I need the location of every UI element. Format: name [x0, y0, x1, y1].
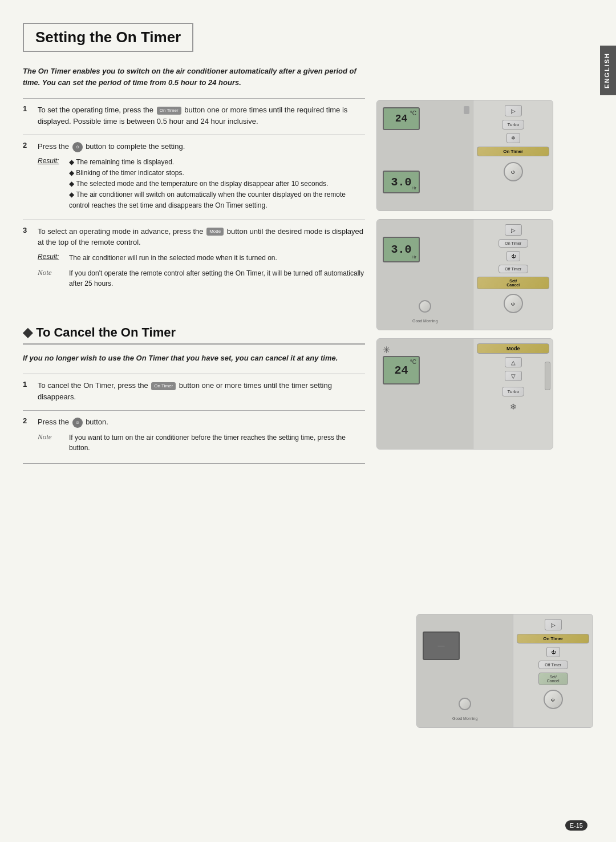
page-number: E-15	[565, 820, 587, 831]
on-timer-btn-4: On Timer	[517, 634, 589, 643]
remote-image-1: 24 °C 3.0 Hr ▷ Turbo	[376, 100, 553, 211]
mode-btn-1: Mode	[477, 343, 549, 354]
result-items-1: The remaining time is displayed. Blinkin…	[69, 157, 365, 212]
result-item-2: Blinking of the timer indicator stops.	[69, 168, 365, 179]
result-label-1: Result:	[38, 157, 63, 212]
step-3-number: 3	[23, 226, 32, 234]
page-title: Setting the On Timer	[35, 29, 181, 46]
step-2-result: Result: The remaining time is displayed.…	[38, 157, 365, 212]
cancel-step-1-text: To cancel the On Timer, press the On Tim…	[38, 380, 365, 402]
result-item-1: The remaining time is displayed.	[69, 157, 365, 168]
step-2-number: 2	[23, 141, 32, 149]
triangle-btn-1: ▷	[505, 105, 522, 116]
set-cancel-btn-2: Set/Cancel	[538, 673, 568, 685]
note-row-1: Note If you don't operate the remote con…	[38, 268, 365, 289]
note-text-2: If you want to turn on the air condition…	[69, 432, 365, 453]
cancel-intro: If you no longer wish to use the On Time…	[23, 353, 365, 364]
remote-left-4: — Good Morning	[417, 614, 513, 727]
cancel-remote-container: — Good Morning ▷ On Timer ⏻ Off Timer	[416, 614, 593, 728]
cancel-step-2-row: 2 Press the ⊙ button.	[23, 416, 365, 428]
power-btn-1: ⏻	[504, 162, 523, 181]
off-timer-btn-2: Off Timer	[538, 661, 568, 669]
remote-right-3: Mode △ ▽ Turbo ❄	[473, 339, 553, 449]
fan-btn-1: ❄	[506, 133, 520, 143]
on-timer-btn-2: On Timer	[499, 239, 528, 248]
triangle-btn-4: ▷	[545, 619, 562, 630]
remote-left-2: 3.0 Hr Good Morning	[377, 220, 473, 330]
on-timer-btn-ref2: On Timer	[151, 382, 176, 390]
cancel-step-1: 1 To cancel the On Timer, press the On T…	[23, 374, 365, 408]
bottom-divider	[23, 463, 365, 464]
result-item-4: The air conditioner will switch on autom…	[69, 189, 365, 211]
remote-right-1: ▷ Turbo ❄ On Timer ⏻	[473, 100, 553, 211]
step-1-section: 1 To set the operating time, press the O…	[23, 98, 365, 132]
side-tab: ENGLISH	[600, 46, 616, 95]
step-1-row: 1 To set the operating time, press the O…	[23, 104, 365, 127]
turbo-btn-1: Turbo	[502, 120, 524, 129]
cancel-step-2-num: 2	[23, 416, 32, 425]
power-btn-4: ⏻	[544, 690, 563, 709]
on-timer-btn-1: On Timer	[477, 147, 549, 156]
set-btn-ref2: ⊙	[72, 418, 83, 428]
off-timer-btn-1: Off Timer	[499, 265, 528, 273]
power-btn-2: ⏻	[504, 294, 523, 313]
triangle-btn-2: ▷	[505, 224, 522, 236]
step-3-section: 3 To select an operating mode in advance…	[23, 220, 365, 294]
step-2-section: 2 Press the ⊙ button to complete the set…	[23, 135, 365, 217]
cancel-heading: ◆ To Cancel the On Timer	[23, 325, 365, 345]
result-items-2: The air conditioner will run in the sele…	[69, 253, 277, 264]
mode-btn-ref: Mode	[206, 228, 224, 236]
step-3-result: Result: The air conditioner will run in …	[38, 253, 365, 264]
cancel-step-2-text: Press the ⊙ button.	[38, 416, 108, 428]
remote-image-4: — Good Morning ▷ On Timer ⏻ Off Timer	[416, 614, 593, 728]
step-1-text: To set the operating time, press the On …	[38, 104, 365, 127]
image-column: 24 °C 3.0 Hr ▷ Turbo	[376, 66, 559, 468]
remote-right-4: ▷ On Timer ⏻ Off Timer Set/Cancel ⏻	[513, 614, 593, 727]
cancel-title-bullet: ◆	[23, 325, 36, 339]
content-layout: The On Timer enables you to switch on th…	[23, 66, 593, 468]
result-label-2: Result:	[38, 253, 63, 264]
note-row-2: Note If you want to turn on the air cond…	[38, 432, 365, 453]
step-2-text: Press the ⊙ button to complete the setti…	[38, 141, 185, 152]
cancel-title-text: To Cancel the On Timer	[36, 325, 176, 339]
note-label-2: Note	[38, 432, 63, 442]
title-box: Setting the On Timer	[23, 23, 193, 52]
on-timer-btn-ref: On Timer	[157, 107, 181, 115]
intro-paragraph: The On Timer enables you to switch on th…	[23, 66, 365, 88]
remote-right-2: ▷ On Timer ⏻ Off Timer Set/Cancel ⏻	[473, 220, 553, 330]
set-btn-ref1: ⊙	[72, 142, 83, 152]
cancel-step-2: 2 Press the ⊙ button. Note If you want t…	[23, 410, 365, 459]
text-column: The On Timer enables you to switch on th…	[23, 66, 365, 468]
step-3-row: 3 To select an operating mode in advance…	[23, 226, 365, 248]
result-item-3: The selected mode and the temperature on…	[69, 179, 365, 189]
main-content: Setting the On Timer The On Timer enable…	[0, 0, 616, 842]
turbo-btn-2: Turbo	[502, 387, 524, 396]
set-cancel-btn-1: Set/Cancel	[477, 277, 549, 289]
note-label-1: Note	[38, 268, 63, 277]
cancel-step-1-row: 1 To cancel the On Timer, press the On T…	[23, 380, 365, 402]
cancel-step-1-num: 1	[23, 380, 32, 388]
remote-image-2: 3.0 Hr Good Morning ▷ On Timer ⏻	[376, 219, 553, 330]
remote-image-3: 24 °C ✳ Mode △ ▽	[376, 338, 553, 450]
remote-left-1: 24 °C 3.0 Hr	[377, 100, 473, 211]
step-3-text: To select an operating mode in advance, …	[38, 226, 365, 248]
note-text-1: If you don't operate the remote control …	[69, 268, 365, 289]
step-2-row: 2 Press the ⊙ button to complete the set…	[23, 141, 365, 152]
result-item-5: The air conditioner will run in the sele…	[69, 254, 277, 262]
step-1-number: 1	[23, 104, 32, 113]
remote-left-3: 24 °C ✳	[377, 339, 473, 449]
